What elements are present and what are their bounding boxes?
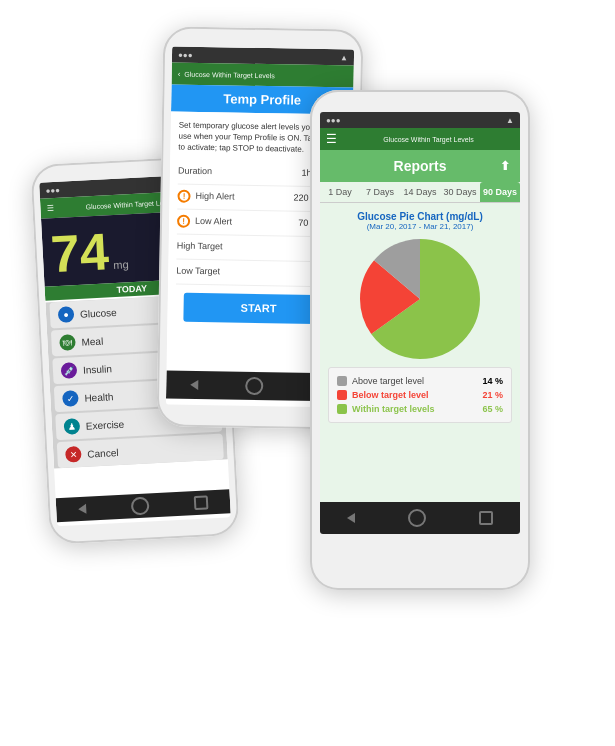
mid-header: ‹ Glucose Within Target Levels bbox=[171, 62, 353, 87]
share-icon[interactable]: ⬆ bbox=[500, 159, 510, 173]
legend-label-above: Above target level bbox=[352, 376, 478, 386]
alert-low-icon: ! bbox=[177, 215, 190, 228]
legend-label-within: Within target levels bbox=[352, 404, 478, 414]
chart-legend: Above target level 14 % Below target lev… bbox=[328, 367, 512, 423]
legend-below: Below target level 21 % bbox=[337, 388, 503, 402]
right-header: ☰ Glucose Within Target Levels bbox=[320, 128, 520, 150]
menu-label-cancel: Cancel bbox=[87, 447, 119, 460]
menu-label-health: Health bbox=[84, 391, 113, 403]
right-header-title: Glucose Within Target Levels bbox=[383, 136, 474, 143]
chart-subtitle: (Mar 20, 2017 - Mar 21, 2017) bbox=[328, 222, 512, 231]
status-bar-right: ●●● ▲ bbox=[320, 112, 520, 128]
pie-chart-container bbox=[328, 239, 512, 359]
tab-1day[interactable]: 1 Day bbox=[320, 182, 360, 202]
reports-title: Reports bbox=[394, 158, 447, 174]
legend-within: Within target levels 65 % bbox=[337, 402, 503, 416]
back-button-mid[interactable] bbox=[190, 380, 198, 390]
mid-header-title: Glucose Within Target Levels bbox=[184, 70, 275, 79]
phone-right-screen: ●●● ▲ ☰ Glucose Within Target Levels Rep… bbox=[320, 112, 520, 534]
pie-chart bbox=[360, 239, 480, 359]
back-button[interactable] bbox=[78, 504, 87, 514]
meal-icon: 🍽 bbox=[59, 334, 76, 351]
tab-30days[interactable]: 30 Days bbox=[440, 182, 480, 202]
recent-button-right[interactable] bbox=[479, 511, 493, 525]
label-low-alert: Low Alert bbox=[195, 215, 298, 229]
phone-right: ●●● ▲ ☰ Glucose Within Target Levels Rep… bbox=[310, 90, 530, 590]
home-button[interactable] bbox=[131, 496, 150, 515]
nav-bar-left bbox=[56, 489, 231, 522]
home-button-right[interactable] bbox=[408, 509, 426, 527]
legend-val-above: 14 % bbox=[482, 376, 503, 386]
health-icon: ✓ bbox=[62, 390, 79, 407]
legend-above: Above target level 14 % bbox=[337, 374, 503, 388]
menu-label-meal: Meal bbox=[81, 335, 103, 347]
glucose-icon: ● bbox=[58, 306, 75, 323]
cancel-icon: ✕ bbox=[65, 446, 82, 463]
legend-label-below: Below target level bbox=[352, 390, 478, 400]
menu-label-insulin: Insulin bbox=[83, 363, 112, 375]
home-button-mid[interactable] bbox=[245, 377, 263, 395]
alert-high-icon: ! bbox=[177, 190, 190, 203]
legend-val-below: 21 % bbox=[482, 390, 503, 400]
reports-tabs: 1 Day 7 Days 14 Days 30 Days 90 Days bbox=[320, 182, 520, 203]
label-duration: Duration bbox=[178, 165, 302, 180]
glucose-unit: mg bbox=[113, 258, 129, 277]
label-high-alert: High Alert bbox=[195, 190, 293, 204]
back-chevron-icon[interactable]: ‹ bbox=[178, 69, 181, 78]
reports-title-bar: Reports ⬆ bbox=[320, 150, 520, 182]
menu-label-glucose: Glucose bbox=[80, 306, 117, 319]
legend-dot-above bbox=[337, 376, 347, 386]
tab-90days[interactable]: 90 Days bbox=[480, 182, 520, 202]
legend-val-within: 65 % bbox=[482, 404, 503, 414]
recent-button[interactable] bbox=[193, 495, 208, 510]
glucose-value: 74 bbox=[50, 225, 110, 280]
hamburger-icon: ☰ bbox=[46, 204, 53, 213]
exercise-icon: ♟ bbox=[64, 418, 81, 435]
reports-content: Glucose Pie Chart (mg/dL) (Mar 20, 2017 … bbox=[320, 203, 520, 502]
insulin-icon: 💉 bbox=[61, 362, 78, 379]
menu-label-exercise: Exercise bbox=[86, 418, 125, 431]
tab-14days[interactable]: 14 Days bbox=[400, 182, 440, 202]
legend-dot-below bbox=[337, 390, 347, 400]
chart-title: Glucose Pie Chart (mg/dL) bbox=[328, 211, 512, 222]
back-button-right[interactable] bbox=[347, 513, 355, 523]
nav-bar-right bbox=[320, 502, 520, 534]
tab-7days[interactable]: 7 Days bbox=[360, 182, 400, 202]
legend-dot-within bbox=[337, 404, 347, 414]
hamburger-right-icon[interactable]: ☰ bbox=[326, 132, 337, 146]
